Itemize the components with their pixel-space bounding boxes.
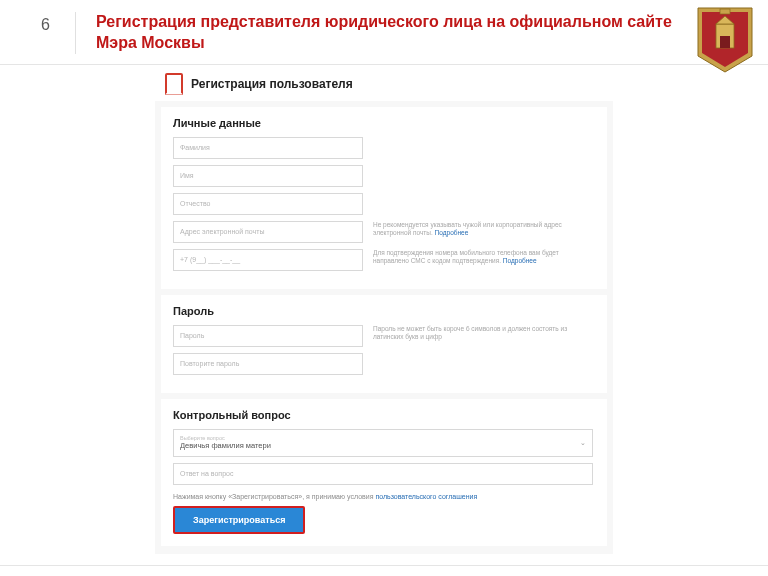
password-repeat-field[interactable]: Повторите пароль (173, 353, 363, 375)
svg-rect-1 (720, 36, 730, 48)
personal-heading: Личные данные (173, 117, 595, 129)
submit-button[interactable]: Зарегистрироваться (175, 508, 303, 532)
password-hint: Пароль не может быть короче 6 символов и… (373, 325, 595, 342)
email-hint-link[interactable]: Подробнее (435, 229, 469, 236)
consent-link[interactable]: пользовательского соглашения (375, 493, 477, 500)
footer-divider (0, 565, 768, 566)
form-header: Регистрация пользователя (155, 65, 613, 101)
slide-header: 6 Регистрация представителя юридического… (0, 0, 768, 65)
patronymic-field[interactable]: Отчество (173, 193, 363, 215)
moscow-emblem-icon (696, 6, 754, 74)
submit-highlight: Зарегистрироваться (173, 506, 305, 534)
form-title: Регистрация пользователя (191, 77, 353, 91)
phone-hint-link[interactable]: Подробнее (503, 257, 537, 264)
chevron-down-icon: ⌄ (580, 439, 586, 447)
password-field[interactable]: Пароль (173, 325, 363, 347)
question-select[interactable]: Выберите вопрос Девичья фамилия матери ⌄ (173, 429, 593, 457)
question-section: Контрольный вопрос Выберите вопрос Девич… (161, 399, 607, 546)
registration-form-screenshot: Регистрация пользователя Личные данные Ф… (155, 65, 613, 554)
name-field[interactable]: Имя (173, 165, 363, 187)
page-number: 6 (16, 12, 76, 54)
email-field[interactable]: Адрес электронной почты (173, 221, 363, 243)
phone-hint: Для подтверждения номера мобильного теле… (373, 249, 595, 266)
password-heading: Пароль (173, 305, 595, 317)
password-section: Пароль Пароль Пароль не может быть короч… (161, 295, 607, 393)
email-hint: Не рекомендуется указывать чужой или кор… (373, 221, 595, 238)
consent-text: Нажимая кнопку «Зарегистрироваться», я п… (173, 493, 595, 500)
question-heading: Контрольный вопрос (173, 409, 595, 421)
phone-field[interactable]: +7 (9__) ___-__-__ (173, 249, 363, 271)
personal-data-section: Личные данные Фамилия Имя Отчество Адрес… (161, 107, 607, 289)
answer-field[interactable]: Ответ на вопрос (173, 463, 593, 485)
surname-field[interactable]: Фамилия (173, 137, 363, 159)
slide-title: Регистрация представителя юридического л… (76, 12, 752, 54)
svg-rect-2 (720, 9, 730, 14)
bookmark-icon (165, 73, 183, 95)
